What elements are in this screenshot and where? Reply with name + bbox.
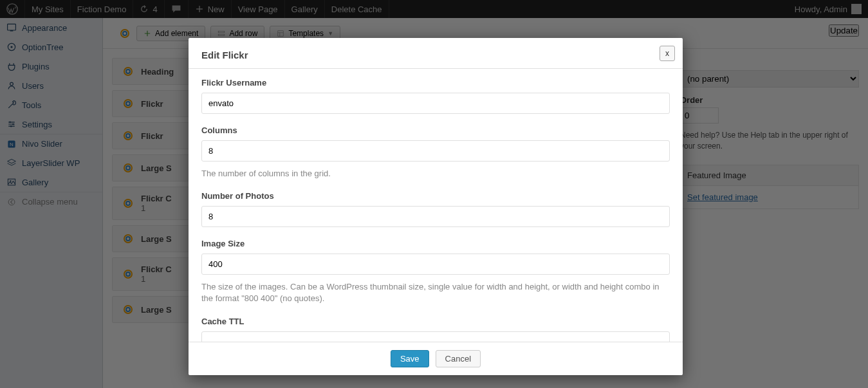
size-input[interactable] [201, 254, 670, 275]
size-label: Image Size [201, 239, 670, 248]
modal-footer: Save Cancel [189, 342, 683, 375]
columns-desc: The number of columns in the grid. [201, 168, 670, 180]
photos-label: Number of Photos [201, 191, 670, 201]
modal-body[interactable]: Flickr Username Columns The number of co… [189, 69, 683, 342]
photos-input[interactable] [201, 206, 670, 227]
columns-label: Columns [201, 125, 670, 135]
modal-title: Edit Flickr [201, 50, 670, 60]
username-input[interactable] [201, 93, 670, 114]
modal-close-button[interactable]: x [660, 46, 675, 61]
save-button[interactable]: Save [391, 350, 429, 367]
cache-input[interactable] [201, 331, 670, 342]
modal-header: Edit Flickr x [189, 38, 683, 68]
cancel-button[interactable]: Cancel [436, 350, 481, 367]
size-desc: The size of the images. Can be a WordPre… [201, 281, 670, 304]
username-label: Flickr Username [201, 78, 670, 88]
edit-flickr-modal: Edit Flickr x Flickr Username Columns Th… [189, 38, 683, 375]
cache-label: Cache TTL [201, 317, 670, 326]
columns-input[interactable] [201, 140, 670, 162]
